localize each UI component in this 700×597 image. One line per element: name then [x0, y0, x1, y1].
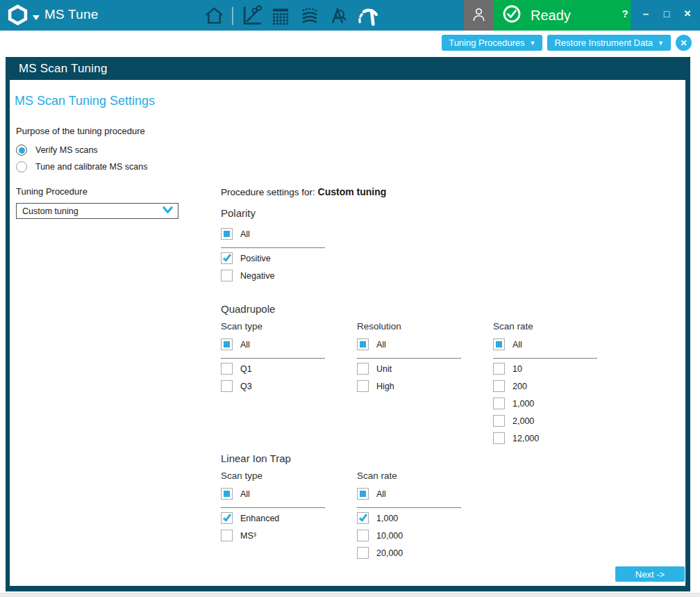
checkbox-unchecked-icon [493, 363, 505, 375]
group-scan-type: Scan typeAllEnhancedMS³ [221, 471, 357, 562]
checkbox-label: All [240, 229, 250, 239]
checkbox-indeterminate-icon [221, 338, 233, 350]
checkbox-200[interactable]: 200 [493, 377, 629, 395]
checkbox-label: 1,000 [512, 399, 534, 409]
group-scan-type: Scan typeAllQ1Q3 [221, 321, 357, 447]
procedure-settings-for: Procedure settings for: Custom tuning [221, 186, 651, 197]
checkbox-fill [496, 341, 502, 347]
checkbox-label: Q1 [240, 364, 252, 374]
checkbox-all[interactable]: All [493, 336, 629, 353]
group-divider [357, 507, 461, 508]
section-polarity: PolarityAllPositiveNegative [221, 207, 651, 284]
checkbox-q3[interactable]: Q3 [221, 377, 357, 395]
checkmark-icon [222, 252, 231, 261]
radio-label: Verify MS scans [35, 145, 98, 155]
checkbox-1-000[interactable]: 1,000 [357, 509, 493, 527]
checkbox-unchecked-icon [493, 398, 505, 409]
section-linear-ion-trap: Linear Ion TrapScan typeAllEnhancedMS³Sc… [221, 452, 651, 562]
actions-row: Tuning Procedures ▼ Restore Instrument D… [442, 35, 692, 51]
checkbox-all[interactable]: All [221, 485, 357, 502]
checkbox-all[interactable]: All [357, 485, 493, 502]
radio-option-tune-and-calibrate-ms-scans[interactable]: Tune and calibrate MS scans [16, 158, 147, 175]
close-window-button[interactable]: ✕ [682, 8, 693, 19]
checkbox-label: 10 [512, 364, 522, 374]
checkbox-unchecked-icon [357, 363, 369, 375]
home-icon[interactable] [204, 6, 224, 25]
checkbox-unchecked-icon [493, 415, 505, 427]
instrument-status-button[interactable]: Ready [493, 0, 631, 31]
chevron-down-icon [162, 206, 173, 216]
calibration-chart-icon[interactable] [241, 5, 262, 26]
checkbox-label: 12,000 [512, 434, 539, 443]
checkbox-label: 10,000 [376, 531, 403, 541]
checkbox-label: All [376, 489, 386, 499]
app-title: MS Tune [44, 7, 98, 22]
dot-grid-icon[interactable] [270, 6, 291, 26]
checkbox-1-000[interactable]: 1,000 [493, 395, 629, 412]
checkbox-unchecked-icon [221, 363, 233, 375]
status-check-icon [502, 4, 522, 26]
group-row: AllPositiveNegative [221, 225, 651, 284]
group-divider [221, 507, 325, 508]
checkbox-q1[interactable]: Q1 [221, 360, 357, 377]
tune-gauge-icon[interactable] [357, 4, 378, 27]
purpose-options: Verify MS scansTune and calibrate MS sca… [16, 142, 147, 175]
toolbar-separator [232, 7, 233, 25]
checkbox-fill [360, 341, 366, 347]
checkbox-label: MS³ [240, 531, 256, 541]
window-bottom-strip [0, 593, 700, 597]
checkbox-2-000[interactable]: 2,000 [493, 412, 629, 430]
close-icon: ✕ [680, 38, 687, 48]
maximize-button[interactable]: □ [661, 8, 672, 19]
checkbox-all[interactable]: All [221, 225, 357, 243]
section-quadrupole: QuadrupoleScan typeAllQ1Q3ResolutionAllU… [221, 303, 651, 447]
user-account-button[interactable] [464, 0, 493, 31]
radio-dot [19, 147, 25, 154]
titlebar: MS Tune [0, 0, 700, 31]
checkbox-positive[interactable]: Positive [221, 250, 357, 267]
tuning-procedures-button[interactable]: Tuning Procedures ▼ [442, 35, 542, 51]
checkbox-unit[interactable]: Unit [357, 360, 493, 377]
checkbox-10-000[interactable]: 10,000 [357, 527, 493, 544]
checkbox-ms[interactable]: MS³ [221, 527, 357, 544]
checkbox-label: 20,000 [376, 548, 403, 558]
radio-option-verify-ms-scans[interactable]: Verify MS scans [16, 142, 147, 158]
group-header: Scan rate [493, 321, 629, 336]
checkbox-high[interactable]: High [357, 377, 493, 395]
checkbox-all[interactable]: All [221, 336, 357, 353]
checkbox-label: All [376, 340, 386, 350]
checkbox-label: All [512, 340, 522, 350]
panel-content: MS Scan Tuning Settings Purpose of the t… [10, 57, 685, 586]
checkbox-label: All [240, 340, 250, 350]
group-resolution: ResolutionAllUnitHigh [357, 321, 493, 447]
checkbox-unchecked-icon [493, 432, 505, 444]
checkbox-unchecked-icon [221, 530, 233, 541]
checkbox-12-000[interactable]: 12,000 [493, 430, 629, 447]
group-divider [221, 247, 325, 248]
procedure-settings-area: Procedure settings for: Custom tuning Po… [221, 186, 651, 562]
settings-sections: PolarityAllPositiveNegativeQuadrupoleSca… [221, 207, 651, 562]
checkbox-all[interactable]: All [357, 336, 493, 353]
checkbox-20-000[interactable]: 20,000 [357, 544, 493, 562]
close-page-button[interactable]: ✕ [676, 35, 692, 51]
checkbox-fill [224, 341, 230, 347]
analyze-magnifier-icon[interactable] [328, 6, 349, 26]
checkbox-unchecked-icon [221, 380, 233, 392]
tuning-procedure-select[interactable]: Custom tuning [16, 203, 178, 219]
app-menu-button[interactable] [7, 4, 40, 28]
checkbox-unchecked-icon [221, 270, 233, 281]
user-person-icon [469, 5, 488, 26]
restore-instrument-data-button[interactable]: Restore Instrument Data ▼ [547, 35, 671, 51]
method-layers-icon[interactable] [299, 6, 321, 26]
next-button[interactable]: Next -> [615, 566, 685, 582]
group-header: Scan type [221, 471, 357, 485]
purpose-label: Purpose of the tuning procedure [16, 126, 145, 136]
dropdown-caret-icon [33, 10, 40, 23]
checkbox-10[interactable]: 10 [493, 360, 629, 377]
help-button[interactable]: ? [619, 8, 631, 19]
minimize-button[interactable]: – [640, 8, 651, 19]
checkbox-label: Negative [240, 271, 274, 281]
checkbox-label: High [376, 382, 394, 391]
checkbox-negative[interactable]: Negative [221, 267, 357, 284]
checkbox-enhanced[interactable]: Enhanced [221, 509, 357, 527]
